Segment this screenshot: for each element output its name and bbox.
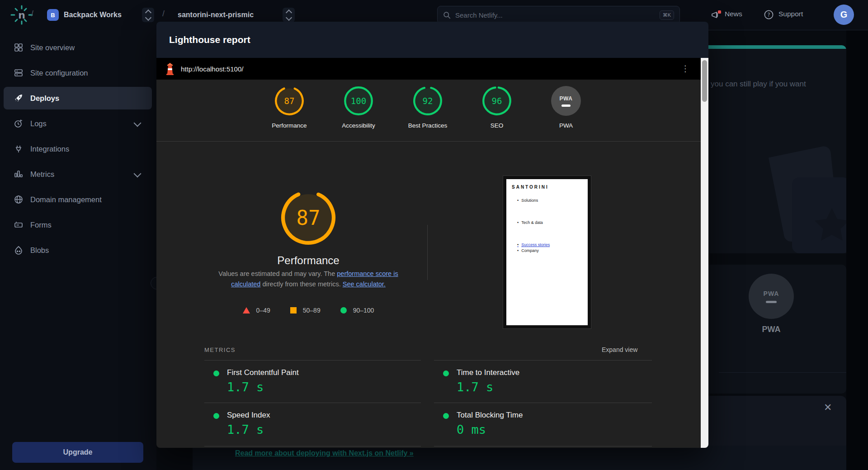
sidebar-item-label: Site configuration bbox=[30, 69, 88, 77]
metric-name: Total Blocking Time bbox=[457, 411, 523, 420]
globe-icon bbox=[14, 195, 24, 204]
score-label: SEO bbox=[465, 122, 528, 129]
metrics-heading: METRICS bbox=[204, 347, 236, 353]
breadcrumb-team[interactable]: Backpack Works bbox=[64, 11, 122, 19]
sidebar-item-label: Blobs bbox=[30, 246, 49, 255]
divider bbox=[204, 446, 421, 446]
score-gauge-accessibility[interactable]: 100 bbox=[344, 86, 373, 116]
sidebar-item-label: Metrics bbox=[30, 170, 54, 179]
metric-speed-index: Speed Index 1.7 s bbox=[204, 408, 421, 444]
score-gauge-seo[interactable]: 96 bbox=[482, 86, 512, 116]
sidebar-item-deploys[interactable]: Deploys bbox=[4, 87, 152, 109]
score-label: Best Practices bbox=[396, 122, 459, 129]
breadcrumb-site[interactable]: santorini-next-prismic bbox=[178, 11, 254, 19]
news-megaphone-icon[interactable] bbox=[711, 9, 722, 20]
plug-icon bbox=[14, 144, 24, 154]
sidebar-item-site-configuration[interactable]: Site configuration bbox=[4, 62, 152, 84]
score-value: 96 bbox=[482, 86, 512, 116]
modal-header: Lighthouse report bbox=[156, 22, 708, 58]
background-pwa-label: PWA bbox=[749, 325, 794, 334]
metric-total-blocking-time: Total Blocking Time 0 ms bbox=[434, 408, 651, 444]
read-more-link[interactable]: Read more about deploying with Next.js o… bbox=[235, 449, 414, 457]
metric-value: 0 ms bbox=[457, 423, 486, 437]
breadcrumb-separator: / bbox=[162, 9, 165, 19]
site-switcher-button[interactable] bbox=[283, 8, 295, 22]
sidebar-item-integrations[interactable]: Integrations bbox=[4, 138, 152, 160]
avatar[interactable]: G bbox=[834, 5, 854, 25]
sidebar-item-forms[interactable]: Forms bbox=[4, 214, 152, 236]
sidebar-item-label: Integrations bbox=[30, 145, 69, 153]
score-label: Accessibility bbox=[327, 122, 390, 129]
expand-view-link[interactable]: Expand view bbox=[602, 346, 637, 353]
sidebar-item-logs[interactable]: Logs bbox=[4, 112, 152, 135]
screenshot-nav-item: Solutions bbox=[517, 198, 538, 203]
pwa-badge-text: PWA bbox=[764, 290, 779, 297]
sidebar-item-domain-management[interactable]: Domain management bbox=[4, 188, 152, 211]
fail-triangle-icon bbox=[243, 307, 250, 313]
grid-icon bbox=[14, 43, 24, 52]
pass-circle-icon bbox=[340, 307, 347, 313]
support-link[interactable]: Support bbox=[778, 10, 803, 18]
lighthouse-report-body: http://localhost:5100/ ⋮ 87 Performance … bbox=[156, 58, 708, 448]
screenshot-brand: SANTORINI bbox=[512, 185, 549, 190]
stack-icon bbox=[14, 68, 24, 78]
card-accent-bar bbox=[690, 45, 846, 49]
metric-value: 1.7 s bbox=[227, 423, 264, 437]
metric-name: First Contentful Paint bbox=[227, 368, 299, 377]
background-deploy-card: Read more about deploying with Next.js o… bbox=[193, 446, 846, 470]
performance-description: Values are estimated and may vary. The p… bbox=[204, 269, 412, 290]
modal-scrollbar-thumb[interactable] bbox=[702, 60, 707, 102]
divider bbox=[434, 360, 652, 361]
description-text: directly from these metrics. bbox=[260, 280, 342, 288]
metric-value: 1.7 s bbox=[227, 380, 264, 394]
bar-chart-icon bbox=[14, 169, 24, 179]
divider bbox=[434, 446, 652, 446]
score-value: 100 bbox=[344, 86, 373, 116]
sidebar-item-label: Logs bbox=[30, 119, 47, 128]
score-gauge-best-practices[interactable]: 92 bbox=[413, 86, 443, 116]
logs-clock-icon bbox=[14, 119, 24, 128]
divider bbox=[434, 403, 652, 403]
score-label: PWA bbox=[534, 122, 598, 129]
lighthouse-icon bbox=[165, 62, 175, 75]
divider bbox=[719, 372, 846, 373]
upgrade-button[interactable]: Upgrade bbox=[12, 442, 143, 463]
performance-score-value: 87 bbox=[280, 190, 336, 246]
score-value: 87 bbox=[274, 86, 304, 116]
modal-scrollbar[interactable] bbox=[701, 58, 708, 448]
news-link[interactable]: News bbox=[725, 10, 742, 18]
pwa-badge-text: PWA bbox=[560, 95, 573, 102]
divider bbox=[204, 360, 421, 361]
legend-average: 50–89 bbox=[290, 307, 321, 314]
sidebar-item-blobs[interactable]: Blobs bbox=[4, 239, 152, 261]
team-badge: B bbox=[47, 9, 59, 21]
metric-time-to-interactive: Time to Interactive 1.7 s bbox=[434, 366, 651, 402]
sidebar-item-metrics[interactable]: Metrics bbox=[4, 163, 152, 185]
see-calculator-link[interactable]: See calculator. bbox=[343, 280, 386, 288]
metric-value: 1.7 s bbox=[457, 380, 493, 394]
netlify-logo-icon[interactable]: n bbox=[10, 5, 33, 25]
performance-section-title: Performance bbox=[218, 254, 399, 267]
divider bbox=[427, 225, 428, 280]
team-switcher-button[interactable] bbox=[142, 8, 154, 22]
sidebar: Site overview Site configuration Deploys… bbox=[0, 30, 156, 470]
kebab-menu-icon[interactable]: ⋮ bbox=[679, 62, 692, 75]
legend-pass: 90–100 bbox=[340, 307, 374, 314]
page-screenshot-thumbnail[interactable]: SANTORINI Solutions Tech & data Success … bbox=[503, 176, 591, 329]
pwa-score-badge[interactable]: PWA bbox=[551, 86, 581, 116]
breadcrumb-separator: / bbox=[31, 9, 33, 19]
sidebar-item-label: Domain management bbox=[30, 195, 102, 204]
search-shortcut-badge: ⌘K bbox=[660, 10, 674, 20]
screenshot-page: SANTORINI Solutions Tech & data Success … bbox=[506, 179, 588, 325]
legend-range: 90–100 bbox=[353, 307, 374, 314]
close-icon[interactable]: ✕ bbox=[824, 402, 832, 413]
search-input[interactable]: Search Netlify... ⌘K bbox=[437, 6, 680, 24]
support-help-icon[interactable]: ? bbox=[764, 10, 774, 19]
pass-dot-icon bbox=[443, 370, 449, 376]
score-gauge-performance[interactable]: 87 bbox=[274, 86, 304, 116]
divider bbox=[204, 403, 421, 403]
sidebar-item-site-overview[interactable]: Site overview bbox=[4, 36, 152, 59]
search-icon bbox=[443, 11, 451, 19]
metric-first-contentful-paint: First Contentful Paint 1.7 s bbox=[204, 366, 421, 402]
lighthouse-report-modal: Lighthouse report http://localhost:5100/… bbox=[156, 22, 708, 448]
